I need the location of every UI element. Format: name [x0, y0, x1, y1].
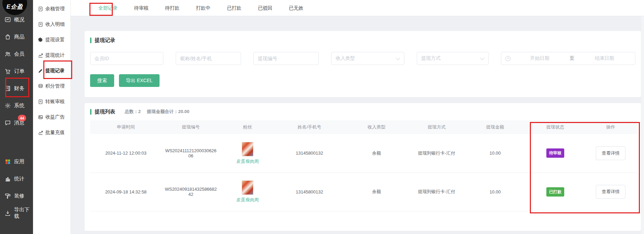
sidebar-item-label: 统计 — [14, 176, 24, 182]
export-excel-button[interactable]: 导出 EXCEL — [119, 74, 160, 87]
section-accent-bar — [90, 37, 91, 43]
tab-pending-review[interactable]: 待审核 — [126, 0, 157, 16]
sidebar-item-finance[interactable]: 财务 — [0, 80, 33, 97]
tab-all-records[interactable]: 全部记录 — [90, 0, 126, 16]
withdraw-method-placeholder: 提现方式 — [421, 55, 440, 62]
sidebar-item-stats[interactable]: 统计 — [0, 170, 33, 187]
date-separator: 至 — [566, 55, 578, 62]
main-area: 全部记录 待审核 待打款 打款中 已打款 已驳回 已无效 提现记录 收入类型 — [71, 0, 644, 234]
search-button[interactable]: 搜索 — [90, 74, 114, 87]
submenu-item-bulk-recharge[interactable]: 批量充值 — [33, 125, 70, 140]
withdraw-list-panel: 提现列表 总数：2 提现金额合计：20.00 申请时间 提现编号 粉丝 姓名/手… — [85, 103, 641, 231]
submenu-item-income[interactable]: 收入明细 — [33, 16, 70, 32]
submenu-item-withdraw-settings[interactable]: 提现设置 — [33, 32, 70, 47]
sidebar-item-messages[interactable]: 消息 44 — [0, 114, 33, 131]
doc-icon — [38, 99, 43, 104]
nickname-input[interactable] — [176, 52, 241, 65]
cell-withdraw-no: WS20241112120003062606 — [162, 134, 220, 172]
col-apply-time: 申请时间 — [90, 120, 162, 134]
chevron-down-icon — [480, 56, 484, 60]
cell-status: 待审核 — [526, 134, 585, 172]
fan-name-link[interactable]: 皮蛋瘦肉周 — [237, 158, 259, 165]
sidebar-item-apps[interactable]: 应用 — [0, 153, 33, 170]
submenu-item-transfer-audit[interactable]: 转账审核 — [33, 94, 70, 109]
submenu-item-label: 余额管理 — [45, 6, 65, 12]
sidebar-item-decorate[interactable]: 装修 — [0, 187, 33, 204]
date-end-placeholder: 结束日期 — [578, 55, 631, 62]
sidebar-item-overview[interactable]: 概况 — [0, 11, 33, 28]
table-header-row: 申请时间 提现编号 粉丝 姓名/手机号 收入类型 提现方式 提现金额 提现状态 … — [90, 120, 637, 134]
sidebar-item-label: 系统 — [14, 102, 24, 109]
filter-section-title: 提现记录 — [95, 37, 115, 44]
submenu-item-points[interactable]: 积分管理 — [33, 78, 70, 94]
withdraw-no-input[interactable] — [253, 52, 319, 65]
date-range-picker[interactable]: 开始日期 至 结束日期 — [501, 52, 635, 65]
sidebar-item-label: 装修 — [14, 193, 24, 199]
tab-invalid[interactable]: 已无效 — [281, 0, 312, 16]
cell-fan: 皮蛋瘦肉周 — [220, 134, 275, 172]
cell-apply-time: 2024-09-18 14:32:58 — [90, 172, 162, 211]
col-method: 提现方式 — [409, 120, 464, 134]
tab-paid[interactable]: 已打款 — [219, 0, 250, 16]
sidebar-item-export[interactable]: 导出下载 — [0, 204, 33, 222]
cell-action: 查看详情 — [585, 134, 637, 172]
message-count-badge: 44 — [18, 115, 26, 121]
col-income-type: 收入类型 — [344, 120, 409, 134]
gear-icon — [38, 37, 43, 43]
orders-icon — [4, 68, 11, 75]
submenu-item-revenue-ads[interactable]: 收益广告 — [33, 109, 70, 125]
pen-icon — [38, 68, 43, 74]
member-id-input[interactable] — [90, 52, 163, 65]
cell-amount: 10.00 — [464, 172, 526, 211]
submenu-item-label: 积分管理 — [45, 83, 65, 89]
sidebar-item-label: 概况 — [14, 16, 24, 23]
tab-rejected[interactable]: 已驳回 — [250, 0, 281, 16]
fan-name-link[interactable]: 皮蛋瘦肉周 — [237, 197, 259, 203]
cell-fan: 皮蛋瘦肉周 — [220, 172, 275, 211]
status-tab-bar: 全部记录 待审核 待打款 打款中 已打款 已驳回 已无效 — [71, 0, 644, 16]
fan-avatar — [242, 142, 253, 156]
withdraw-table: 申请时间 提现编号 粉丝 姓名/手机号 收入类型 提现方式 提现金额 提现状态 … — [90, 120, 637, 211]
sidebar-item-orders[interactable]: 订单 — [0, 63, 33, 80]
sidebar-item-label: 应用 — [14, 158, 24, 165]
sidebar-item-label: 订单 — [14, 68, 24, 75]
submenu-item-balance[interactable]: 余额管理 — [33, 1, 70, 16]
chat-icon — [4, 120, 11, 126]
col-action: 操作 — [585, 120, 637, 134]
col-status: 提现状态 — [526, 120, 585, 134]
cell-method: 提现到银行卡-汇付 — [409, 172, 464, 211]
tab-paying[interactable]: 打款中 — [188, 0, 219, 16]
date-start-placeholder: 开始日期 — [513, 55, 566, 62]
submenu-item-label: 收入明细 — [45, 21, 65, 27]
finance-icon — [4, 85, 11, 92]
sidebar-item-goods[interactable]: 商品 — [0, 28, 33, 45]
sidebar-item-members[interactable]: 会员 — [0, 45, 33, 63]
scrollbar-track[interactable] — [641, 16, 644, 234]
members-icon — [4, 51, 11, 57]
sidebar-item-system[interactable]: 系统 — [0, 97, 33, 114]
cell-income-type: 余额 — [344, 134, 409, 172]
tab-pending-payment[interactable]: 待打款 — [157, 0, 188, 16]
table-row: 2024-09-18 14:32:58 WS202409181432586682… — [90, 172, 637, 211]
section-accent-bar — [90, 109, 91, 115]
cell-action: 查看详情 — [585, 172, 637, 211]
withdraw-method-select[interactable]: 提现方式 — [417, 52, 488, 65]
col-amount: 提现金额 — [464, 120, 526, 134]
app-logo-text: E企盈 — [7, 3, 23, 11]
cell-phone: 13145800132 — [275, 134, 344, 172]
sidebar-item-label: 商品 — [14, 34, 24, 40]
fan-avatar — [242, 180, 253, 195]
coins-icon — [38, 83, 43, 89]
paint-roller-icon — [4, 193, 11, 199]
submenu-item-withdraw-stats[interactable]: 提现统计 — [33, 47, 70, 63]
col-fan: 粉丝 — [220, 120, 275, 134]
overview-icon — [4, 16, 11, 23]
income-type-select[interactable]: 收入类型 — [331, 52, 404, 65]
view-detail-button[interactable]: 查看详情 — [596, 146, 625, 160]
submenu-item-label: 转账审核 — [45, 99, 65, 105]
doc-icon — [38, 22, 43, 27]
view-detail-button[interactable]: 查看详情 — [596, 185, 625, 199]
submenu-item-withdraw-records[interactable]: 提现记录 — [33, 63, 70, 78]
chevron-down-icon — [396, 56, 400, 60]
submenu-item-label: 批量充值 — [45, 130, 65, 136]
